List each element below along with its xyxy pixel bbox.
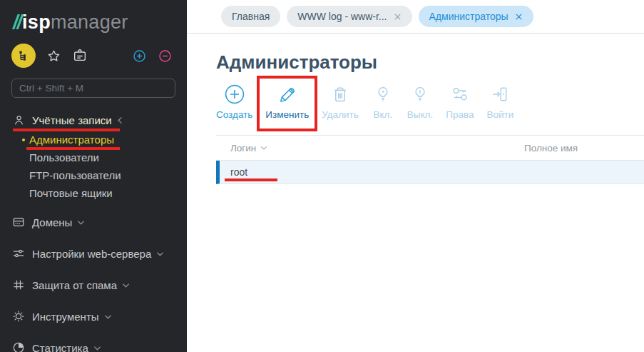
button-label: Права bbox=[446, 109, 474, 121]
delete-button[interactable]: Удалить bbox=[315, 83, 365, 121]
close-icon[interactable] bbox=[515, 13, 523, 21]
table-row-root[interactable]: root bbox=[216, 161, 644, 184]
zoom-out-button[interactable] bbox=[158, 49, 173, 64]
menu-search-input[interactable] bbox=[11, 79, 175, 98]
annotation-underline-root bbox=[225, 178, 277, 181]
sidebar-item-label: Защита от спама bbox=[32, 279, 117, 291]
sidebar-item-label: Домены bbox=[32, 216, 72, 228]
login-value: root bbox=[230, 166, 247, 178]
sort-chevron-icon bbox=[260, 145, 267, 151]
chevron-left-icon bbox=[117, 116, 123, 124]
active-bullet bbox=[22, 139, 25, 141]
chevron-down-icon bbox=[122, 282, 130, 288]
minus-circle-icon bbox=[158, 49, 173, 64]
hierarchy-tree-icon bbox=[17, 49, 30, 62]
sidebar: //ispmanager bbox=[0, 0, 187, 352]
user-icon bbox=[11, 113, 26, 127]
sidebar-item-users[interactable]: Пользователи bbox=[0, 149, 187, 166]
tab-home[interactable]: Главная bbox=[221, 6, 280, 27]
login-as-button[interactable]: Войти bbox=[480, 83, 520, 121]
plus-circle-icon bbox=[132, 49, 147, 64]
annotation-underline-accounts bbox=[13, 129, 120, 131]
badge-icon bbox=[72, 48, 88, 64]
sidebar-item-label: Настройки web-сервера bbox=[32, 248, 151, 260]
sidebar-item-tools[interactable]: Инструменты bbox=[0, 305, 187, 328]
sidebar-item-webserver-settings[interactable]: Настройки web-сервера bbox=[0, 242, 187, 265]
page-title: Администраторы bbox=[216, 51, 644, 74]
chevron-down-icon bbox=[104, 313, 112, 320]
tab-bar: Главная WWW log - www-r... Администратор… bbox=[187, 0, 644, 34]
logo-isp: isp bbox=[22, 11, 51, 33]
enable-button[interactable]: Вкл. bbox=[365, 83, 401, 121]
keys-icon bbox=[449, 83, 471, 106]
administrators-table: Логин Полное имя root bbox=[216, 135, 644, 184]
button-label: Выкл. bbox=[407, 109, 433, 121]
toolbar: Создать Изменить bbox=[210, 83, 644, 121]
chevron-down-icon bbox=[156, 251, 164, 257]
sidebar-item-label: Почтовые ящики bbox=[29, 187, 113, 199]
sidebar-item-label: Инструменты bbox=[32, 311, 99, 323]
chevron-down-icon bbox=[93, 345, 101, 351]
pencil-icon bbox=[276, 83, 299, 106]
close-icon[interactable] bbox=[394, 13, 402, 21]
sidebar-item-label: Статистика bbox=[32, 342, 88, 352]
logo-manager: manager bbox=[51, 11, 128, 33]
pie-chart-icon bbox=[11, 341, 26, 352]
sidebar-item-label: Пользователи bbox=[29, 151, 99, 164]
star-icon bbox=[46, 49, 61, 64]
chevron-down-icon bbox=[77, 219, 85, 226]
tasks-button[interactable] bbox=[72, 48, 88, 64]
sidebar-item-statistics[interactable]: Статистика bbox=[0, 336, 187, 352]
plus-circle-icon bbox=[223, 83, 246, 106]
create-button[interactable]: Создать bbox=[210, 83, 259, 121]
button-label: Вкл. bbox=[373, 109, 392, 121]
tab-label: Администраторы bbox=[429, 11, 508, 22]
tab-www-log[interactable]: WWW log - www-r... bbox=[287, 6, 412, 27]
logo-slashes: // bbox=[13, 11, 21, 33]
zoom-in-button[interactable] bbox=[132, 49, 147, 64]
sidebar-item-mailboxes[interactable]: Почтовые ящики bbox=[0, 184, 187, 202]
favorites-button[interactable] bbox=[46, 49, 61, 64]
column-header-fullname[interactable]: Полное имя bbox=[524, 143, 644, 154]
ispmanager-window: //ispmanager bbox=[0, 0, 644, 352]
main-area: Главная WWW log - www-r... Администратор… bbox=[187, 0, 644, 352]
domain-icon bbox=[11, 215, 26, 229]
annotation-underline-administrators bbox=[26, 147, 120, 150]
sidebar-item-ftp-users[interactable]: FTP-пользователи bbox=[0, 166, 187, 184]
sidebar-item-spam-protection[interactable]: Защита от спама bbox=[0, 273, 187, 296]
sidebar-item-label: FTP-пользователи bbox=[29, 169, 121, 181]
trash-icon bbox=[329, 83, 352, 106]
sidebar-search bbox=[11, 79, 175, 98]
app-logo: //ispmanager bbox=[0, 0, 187, 34]
edit-button[interactable]: Изменить bbox=[259, 83, 315, 121]
lightbulb-off-icon bbox=[409, 83, 431, 106]
column-label: Логин bbox=[230, 143, 256, 154]
column-header-login[interactable]: Логин bbox=[216, 143, 524, 154]
sidebar-item-label: Учётные записи bbox=[32, 114, 112, 126]
filter-fence-icon bbox=[11, 278, 26, 292]
sidebar-item-domains[interactable]: Домены bbox=[0, 211, 187, 233]
disable-button[interactable]: Выкл. bbox=[401, 83, 439, 121]
tree-view-button[interactable] bbox=[11, 44, 36, 68]
lightbulb-on-icon bbox=[372, 83, 394, 106]
button-label: Изменить bbox=[265, 109, 309, 121]
gear-icon bbox=[11, 309, 26, 323]
sidebar-menu: Учётные записи Администраторы Пользовате… bbox=[0, 109, 187, 352]
sidebar-item-label: Администраторы bbox=[29, 134, 114, 146]
table-header: Логин Полное имя bbox=[216, 135, 644, 161]
button-label: Создать bbox=[216, 109, 252, 121]
sidebar-quick-icons bbox=[0, 34, 187, 68]
sliders-icon bbox=[11, 246, 26, 261]
tab-label: WWW log - www-r... bbox=[297, 11, 387, 22]
sidebar-item-administrators[interactable]: Администраторы bbox=[0, 131, 187, 149]
button-label: Войти bbox=[486, 109, 513, 121]
cell-login: root bbox=[220, 161, 524, 183]
button-label: Удалить bbox=[322, 109, 359, 121]
tab-label: Главная bbox=[232, 11, 270, 22]
permissions-button[interactable]: Права bbox=[439, 83, 480, 121]
column-label: Полное имя bbox=[524, 143, 578, 154]
door-enter-icon bbox=[489, 83, 511, 106]
sidebar-item-accounts[interactable]: Учётные записи bbox=[0, 109, 187, 131]
tab-administrators[interactable]: Администраторы bbox=[419, 6, 533, 27]
